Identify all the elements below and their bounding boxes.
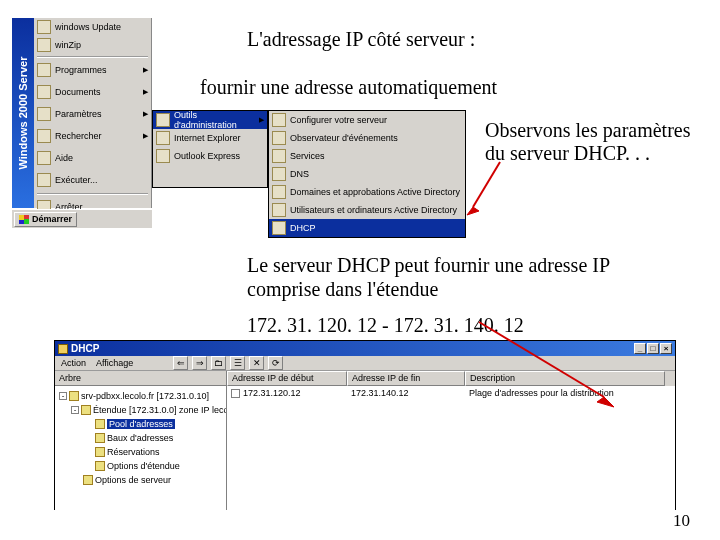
tree-item[interactable]: Baux d'adresses — [57, 431, 224, 445]
separator — [37, 56, 148, 57]
tool-icon — [272, 185, 286, 199]
folder-icon — [95, 419, 105, 429]
tree-pane: Arbre -srv-pdbxx.lecolo.fr [172.31.0.10]… — [55, 371, 227, 510]
tree-header: Arbre — [55, 371, 226, 386]
banner-text: Windows 2000 Server — [17, 56, 29, 169]
menu-item[interactable]: Outils d'administration▶ — [153, 111, 267, 129]
folder-icon — [83, 475, 93, 485]
tree-item[interactable]: Réservations — [57, 445, 224, 459]
menu-item[interactable]: Rechercher▶ — [34, 125, 151, 147]
tool-icon — [272, 131, 286, 145]
menu-view[interactable]: Affichage — [96, 358, 133, 368]
expand-toggle[interactable]: - — [71, 406, 79, 414]
submenu-arrow-icon: ▶ — [143, 132, 148, 140]
run-icon — [37, 173, 51, 187]
svg-line-2 — [479, 322, 604, 397]
separator — [37, 193, 148, 194]
winzip-icon — [37, 38, 51, 52]
menu-item[interactable]: Programmes▶ — [34, 59, 151, 81]
page-number: 10 — [673, 511, 690, 531]
menu-item[interactable]: Internet Explorer — [153, 129, 267, 147]
menu-item[interactable]: Utilisateurs et ordinateurs Active Direc… — [269, 201, 465, 219]
column-header[interactable]: Adresse IP de début — [227, 371, 347, 386]
description-text: Le serveur DHCP peut fournir une adresse… — [247, 253, 677, 301]
settings-icon — [37, 107, 51, 121]
menu-item[interactable]: DNS — [269, 165, 465, 183]
column-header[interactable]: Adresse IP de fin — [347, 371, 465, 386]
menu-action[interactable]: Action — [61, 358, 86, 368]
menu-item[interactable]: Documents▶ — [34, 81, 151, 103]
expand-toggle[interactable]: - — [59, 392, 67, 400]
observation-text: Observons les paramètres du serveur DHCP… — [485, 119, 695, 165]
tree-item[interactable]: Pool d'adresses — [57, 417, 224, 431]
menu-item-dhcp[interactable]: DHCP — [269, 219, 465, 237]
folder-icon — [81, 405, 91, 415]
up-button[interactable]: 🗀 — [211, 356, 226, 370]
folder-icon — [69, 391, 79, 401]
arrow-annotation — [474, 317, 634, 417]
taskbar: Démarrer — [12, 209, 152, 228]
menu-item[interactable]: Outlook Express — [153, 147, 267, 165]
menu-item[interactable]: Domaines et approbations Active Director… — [269, 183, 465, 201]
tree-item[interactable]: -Étendue [172.31.0.0] zone IP lecolo — [57, 403, 224, 417]
tree-item[interactable]: Options d'étendue — [57, 459, 224, 473]
range-icon — [231, 389, 240, 398]
close-button[interactable]: × — [660, 343, 672, 354]
back-button[interactable]: ⇐ — [173, 356, 188, 370]
forward-button[interactable]: ⇒ — [192, 356, 207, 370]
menu-item[interactable]: Paramètres▶ — [34, 103, 151, 125]
menu-item[interactable]: windows Update — [34, 18, 151, 36]
minimize-button[interactable]: _ — [634, 343, 646, 354]
tool-icon — [272, 203, 286, 217]
menu-item[interactable]: Observateur d'événements — [269, 129, 465, 147]
props-button[interactable]: ☰ — [230, 356, 245, 370]
folder-icon — [156, 113, 170, 127]
outlook-icon — [156, 149, 170, 163]
start-menu-column: windows Update winZip Programmes▶ Docume… — [34, 18, 152, 208]
dhcp-icon — [58, 344, 68, 354]
admin-tools-submenu: Configurer votre serveur Observateur d'é… — [268, 110, 466, 238]
dhcp-icon — [272, 221, 286, 235]
globe-icon — [37, 20, 51, 34]
folder-icon — [95, 447, 105, 457]
tree-item[interactable]: -srv-pdbxx.lecolo.fr [172.31.0.10] — [57, 389, 224, 403]
windows-flag-icon — [19, 215, 29, 224]
documents-icon — [37, 85, 51, 99]
maximize-button[interactable]: □ — [647, 343, 659, 354]
help-icon — [37, 151, 51, 165]
tool-icon — [272, 167, 286, 181]
svg-marker-1 — [467, 207, 479, 215]
submenu-arrow-icon: ▶ — [143, 88, 148, 96]
menu-item[interactable]: Exécuter... — [34, 169, 151, 191]
menu-item[interactable]: Aide — [34, 147, 151, 169]
delete-button[interactable]: ✕ — [249, 356, 264, 370]
submenu-arrow-icon: ▶ — [143, 66, 148, 74]
submenu-arrow-icon: ▶ — [259, 116, 264, 124]
start-menu-screenshot: Windows 2000 Server windows Update winZi… — [12, 10, 472, 244]
refresh-button[interactable]: ⟳ — [268, 356, 283, 370]
ie-icon — [156, 131, 170, 145]
submenu-arrow-icon: ▶ — [143, 110, 148, 118]
search-icon — [37, 129, 51, 143]
programs-submenu: Outils d'administration▶ Internet Explor… — [152, 110, 268, 188]
tree-item[interactable]: Options de serveur — [57, 473, 224, 487]
tool-icon — [272, 149, 286, 163]
folder-icon — [95, 433, 105, 443]
programs-icon — [37, 63, 51, 77]
arrow-annotation — [465, 157, 505, 217]
menu-item[interactable]: winZip — [34, 36, 151, 54]
window-title: DHCP — [71, 343, 99, 354]
svg-marker-3 — [597, 397, 614, 407]
start-button[interactable]: Démarrer — [14, 212, 77, 227]
folder-icon — [95, 461, 105, 471]
toolbar: ⇐ ⇒ 🗀 ☰ ✕ ⟳ — [173, 356, 283, 370]
tool-icon — [272, 113, 286, 127]
menu-item[interactable]: Configurer votre serveur — [269, 111, 465, 129]
svg-line-0 — [473, 162, 500, 207]
menu-item[interactable]: Services — [269, 147, 465, 165]
windows-banner: Windows 2000 Server — [12, 18, 34, 208]
